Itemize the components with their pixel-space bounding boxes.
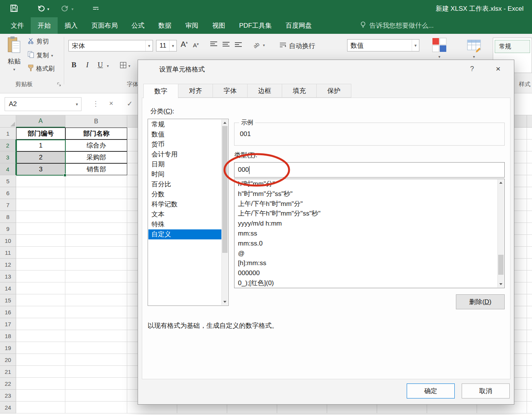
cell-A7[interactable] xyxy=(16,199,65,211)
dialog-tab-字体[interactable]: 字体 xyxy=(213,84,248,98)
category-item-货币[interactable]: 货币 xyxy=(148,139,221,149)
cell-B19[interactable] xyxy=(65,342,127,354)
copy-button[interactable]: 复制 ▾ xyxy=(28,51,53,60)
format-code-item[interactable]: mm:ss.0 xyxy=(235,239,497,249)
ribbon-tab-数据[interactable]: 数据 xyxy=(151,17,178,34)
cell-B23[interactable] xyxy=(65,390,127,402)
select-all-corner[interactable] xyxy=(0,115,16,128)
cell-A20[interactable] xyxy=(16,354,65,366)
format-painter-button[interactable]: 格式刷 xyxy=(28,65,55,73)
format-code-item[interactable]: yyyy/m/d h:mm xyxy=(235,219,497,229)
cell-A8[interactable] xyxy=(16,211,65,223)
cell-A18[interactable] xyxy=(16,330,65,342)
row-header-18[interactable]: 18 xyxy=(0,330,16,342)
customize-quick-access-icon[interactable] xyxy=(92,5,99,13)
cell-A23[interactable] xyxy=(16,390,65,402)
column-header-K[interactable]: K xyxy=(527,115,532,128)
format-code-item[interactable]: h"时"mm"分" xyxy=(235,179,497,189)
row-header-4[interactable]: 4 xyxy=(0,163,16,175)
cell-K17[interactable] xyxy=(527,318,532,330)
cell-style-item[interactable]: 常规 xyxy=(495,40,530,53)
bottom-align-icon[interactable] xyxy=(234,41,243,50)
borders-caret-icon[interactable]: ▾ xyxy=(128,64,130,68)
cell-B18[interactable] xyxy=(65,330,127,342)
ribbon-tab-页面布局[interactable]: 页面布局 xyxy=(85,17,125,34)
cell-K16[interactable] xyxy=(527,306,532,318)
formula-dots-icon[interactable]: ⋮ xyxy=(92,100,99,108)
column-header-A[interactable]: A xyxy=(16,115,65,128)
cell-B22[interactable] xyxy=(65,378,127,390)
font-size-combo[interactable]: 11 ▾ xyxy=(156,40,177,51)
category-item-文本[interactable]: 文本 xyxy=(148,209,221,219)
row-header-24[interactable]: 24 xyxy=(0,402,16,413)
category-item-会计专用[interactable]: 会计专用 xyxy=(148,149,221,159)
grow-font-button[interactable]: A▴ xyxy=(181,40,188,49)
cell-B12[interactable] xyxy=(65,259,127,271)
ok-button[interactable]: 确定 xyxy=(407,383,455,398)
dialog-tab-数字[interactable]: 数字 xyxy=(143,84,178,98)
format-code-item[interactable]: 上午/下午h"时"mm"分"ss"秒" xyxy=(235,209,497,219)
cell-B21[interactable] xyxy=(65,366,127,378)
cell-A14[interactable] xyxy=(16,282,65,294)
name-box-caret-icon[interactable]: ▾ xyxy=(73,98,81,111)
cell-A17[interactable] xyxy=(16,318,65,330)
orientation-button[interactable]: ab xyxy=(252,40,262,51)
cell-K2[interactable] xyxy=(527,139,532,151)
cell-K12[interactable] xyxy=(527,259,532,271)
orientation-caret-icon[interactable]: ▾ xyxy=(263,43,265,47)
ribbon-tab-公式[interactable]: 公式 xyxy=(125,17,151,34)
cell-B6[interactable] xyxy=(65,187,127,199)
row-header-19[interactable]: 19 xyxy=(0,342,16,354)
row-header-15[interactable]: 15 xyxy=(0,294,16,306)
cell-K11[interactable] xyxy=(527,247,532,259)
cell-A12[interactable] xyxy=(16,259,65,271)
scroll-down-icon[interactable] xyxy=(498,281,504,287)
category-item-数值[interactable]: 数值 xyxy=(148,129,221,139)
cell-B16[interactable] xyxy=(65,306,127,318)
cell-K7[interactable] xyxy=(527,199,532,211)
cell-A22[interactable] xyxy=(16,378,65,390)
row-header-12[interactable]: 12 xyxy=(0,259,16,271)
cell-K10[interactable] xyxy=(527,235,532,247)
row-header-20[interactable]: 20 xyxy=(0,354,16,366)
row-header-8[interactable]: 8 xyxy=(0,211,16,223)
cell-K14[interactable] xyxy=(527,282,532,294)
cell-K13[interactable] xyxy=(527,271,532,282)
cell-K9[interactable] xyxy=(527,223,532,235)
row-header-11[interactable]: 11 xyxy=(0,247,16,259)
cell-K18[interactable] xyxy=(527,330,532,342)
scroll-thumb[interactable] xyxy=(498,255,504,275)
format-code-item[interactable]: 上午/下午h"时"mm"分" xyxy=(235,199,497,209)
cell-K20[interactable] xyxy=(527,354,532,366)
cell-B4[interactable]: 销售部 xyxy=(65,163,127,175)
row-header-1[interactable]: 1 xyxy=(0,128,16,139)
tell-me-box[interactable]: 告诉我您想要做什么... xyxy=(354,17,434,34)
row-header-17[interactable]: 17 xyxy=(0,318,16,330)
font-name-combo[interactable]: 宋体 ▾ xyxy=(68,40,153,51)
number-format-caret-icon[interactable]: ▾ xyxy=(412,40,419,51)
ribbon-tab-文件[interactable]: 文件 xyxy=(4,17,31,34)
name-box[interactable]: A2 ▾ xyxy=(5,97,81,111)
font-size-caret-icon[interactable]: ▾ xyxy=(169,40,176,51)
format-list-scrollbar[interactable] xyxy=(497,179,504,287)
dialog-tab-边框[interactable]: 边框 xyxy=(247,84,282,98)
row-header-2[interactable]: 2 xyxy=(0,139,16,151)
ribbon-tab-PDF工具集[interactable]: PDF工具集 xyxy=(232,17,279,34)
row-header-3[interactable]: 3 xyxy=(0,151,16,163)
conditional-formatting-button[interactable]: ▾ xyxy=(431,37,447,59)
cell-K21[interactable] xyxy=(527,366,532,378)
undo-caret-icon[interactable]: ▾ xyxy=(47,7,49,11)
category-item-特殊[interactable]: 特殊 xyxy=(148,219,221,229)
fill-handle[interactable] xyxy=(63,174,66,177)
dialog-tab-填充[interactable]: 填充 xyxy=(282,84,317,98)
row-header-6[interactable]: 6 xyxy=(0,187,16,199)
font-name-caret-icon[interactable]: ▾ xyxy=(145,40,153,51)
cell-B13[interactable] xyxy=(65,271,127,282)
bold-button[interactable]: B xyxy=(71,61,76,69)
cell-A15[interactable] xyxy=(16,294,65,306)
cell-A5[interactable] xyxy=(16,175,65,187)
cell-A6[interactable] xyxy=(16,187,65,199)
cell-B14[interactable] xyxy=(65,282,127,294)
format-code-item[interactable]: 000000 xyxy=(235,268,497,278)
row-header-13[interactable]: 13 xyxy=(0,271,16,282)
